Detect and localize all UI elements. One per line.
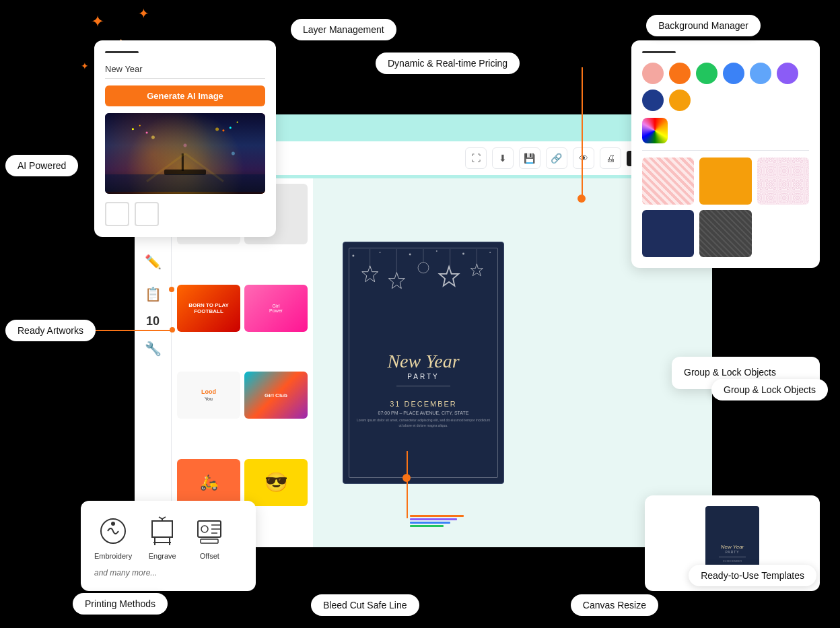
ai-generated-image	[105, 113, 265, 194]
sidebar-icon-layers[interactable]: 📋	[141, 282, 165, 306]
texture-solid-orange[interactable]	[699, 158, 751, 205]
sidebar-quantity[interactable]: 10	[146, 314, 160, 328]
swatch-purple[interactable]	[777, 63, 798, 84]
texture-dark-gray[interactable]	[699, 210, 751, 257]
svg-point-19	[230, 127, 232, 129]
svg-point-13	[436, 250, 438, 252]
svg-point-21	[222, 129, 224, 131]
label-printing-methods: Printing Methods	[73, 593, 168, 615]
printing-methods-list: Embroidery Engrave	[94, 514, 242, 560]
svg-point-7	[418, 263, 429, 273]
connector-pricing-v	[582, 67, 583, 202]
print-method-embroidery[interactable]: Embroidery	[94, 514, 132, 560]
artwork-thumb-emoji[interactable]: 😎	[244, 459, 308, 506]
svg-line-32	[162, 517, 166, 519]
bg-divider	[642, 150, 809, 151]
toolbar-share-btn[interactable]: 🔗	[546, 147, 567, 169]
swatch-green[interactable]	[696, 63, 718, 84]
toolbar-save-btn[interactable]: 💾	[519, 147, 540, 169]
color-swatches	[642, 63, 809, 111]
shape-square-2[interactable]	[135, 202, 159, 226]
design-card-title: New Year	[387, 351, 459, 372]
svg-rect-22	[164, 170, 206, 175]
swatch-blue-light[interactable]	[750, 63, 771, 84]
texture-dark-navy[interactable]	[642, 210, 694, 257]
label-group-lock: Group & Lock Objects	[711, 379, 828, 400]
swatch-orange[interactable]	[669, 63, 691, 84]
scene: ✦ ✦ ✦ ◆ ⛶ ⬇ 💾 🔗 👁 🖨 $99.00 Add 🖼️ 1 😊 ✏️…	[0, 0, 840, 628]
sparkle-2: ✦	[138, 5, 149, 22]
gradient-picker-button[interactable]	[642, 118, 668, 143]
engrave-label: Engrave	[149, 552, 176, 560]
offset-icon	[193, 514, 226, 548]
svg-marker-5	[362, 266, 378, 282]
template-mini-sub: PARTY	[725, 550, 739, 554]
design-card-date: 31 DECEMBER	[390, 400, 457, 408]
svg-marker-9	[470, 264, 483, 276]
toolbar-expand-btn[interactable]: ⛶	[465, 147, 487, 169]
svg-point-15	[489, 252, 491, 253]
toolbar-download-btn[interactable]: ⬇	[492, 147, 514, 169]
toolbar-print-btn[interactable]: 🖨	[600, 147, 621, 169]
design-card[interactable]: New Year PARTY 31 DECEMBER 07:00 PM – PL…	[343, 242, 504, 484]
ai-panel: Generate AI Image	[94, 40, 276, 237]
group-lock-label: Group & Lock Objects	[684, 366, 808, 380]
svg-point-17	[139, 125, 141, 127]
ai-panel-shapes	[105, 202, 265, 226]
svg-point-11	[380, 252, 381, 253]
embroidery-label: Embroidery	[94, 552, 132, 560]
label-background-manager: Background Manager	[646, 15, 761, 36]
svg-point-10	[352, 254, 354, 256]
artwork-thumb-colorful[interactable]: Girl Club	[244, 372, 308, 419]
svg-point-14	[462, 252, 464, 254]
printing-methods-card: Embroidery Engrave	[81, 501, 256, 591]
artwork-thumb-football[interactable]: BORN TO PLAY FOOTBALL	[177, 285, 240, 332]
color-layers	[410, 515, 464, 527]
swatch-navy[interactable]	[642, 90, 664, 111]
svg-rect-24	[105, 174, 265, 192]
swatch-amber[interactable]	[669, 90, 691, 111]
bg-panel-line	[642, 51, 676, 53]
printing-more-text: and many more...	[94, 568, 242, 578]
label-canvas-resize: Canvas Resize	[571, 594, 658, 616]
shape-square-1[interactable]	[105, 202, 129, 226]
engrave-icon	[145, 514, 179, 548]
svg-point-16	[132, 128, 134, 130]
artwork-thumb-scooter[interactable]: 🛵	[177, 459, 240, 506]
connector-main-v	[407, 451, 408, 518]
ai-fireworks-svg	[105, 113, 265, 194]
decorator-dot-1	[169, 287, 174, 292]
design-card-subtitle: PARTY	[407, 373, 439, 380]
artwork-thumb-love[interactable]: Lood You	[177, 372, 240, 419]
ai-panel-line	[105, 51, 139, 53]
sidebar-icon-settings[interactable]: 🔧	[141, 337, 165, 361]
label-ready-templates: Ready-to-Use Templates	[689, 565, 816, 586]
label-dynamic-pricing: Dynamic & Real-time Pricing	[376, 53, 520, 74]
label-layer-management: Layer Management	[291, 19, 396, 40]
generate-ai-button[interactable]: Generate AI Image	[105, 85, 265, 106]
svg-marker-8	[440, 267, 459, 286]
texture-floral-white[interactable]	[757, 158, 809, 205]
toolbar-view-btn[interactable]: 👁	[573, 147, 594, 169]
label-ready-artworks: Ready Artworks	[5, 320, 96, 341]
sparkle-3: ✦	[81, 61, 89, 71]
offset-label: Offset	[200, 552, 219, 560]
svg-point-18	[146, 131, 148, 133]
background-manager-panel	[631, 40, 820, 268]
swatch-blue[interactable]	[723, 63, 744, 84]
print-method-offset[interactable]: Offset	[193, 514, 226, 560]
ai-prompt-input[interactable]	[105, 60, 265, 79]
artwork-thumb-pink[interactable]: GirlPower	[244, 285, 308, 332]
sidebar-icon-text[interactable]: ✏️	[141, 250, 165, 274]
swatch-pink[interactable]	[642, 63, 664, 84]
template-mini-title: New Year	[721, 544, 744, 550]
svg-point-28	[111, 522, 115, 526]
svg-rect-38	[201, 539, 218, 543]
label-ai-powered: AI Powered	[5, 155, 78, 176]
svg-marker-6	[388, 273, 405, 289]
texture-floral-pink[interactable]	[642, 158, 694, 205]
design-card-time: 07:00 PM – PLACE AVENUE, CITY, STATE	[378, 411, 469, 415]
svg-point-20	[237, 121, 238, 123]
label-bleed-cut: Bleed Cut Safe Line	[311, 594, 419, 616]
print-method-engrave[interactable]: Engrave	[145, 514, 179, 560]
